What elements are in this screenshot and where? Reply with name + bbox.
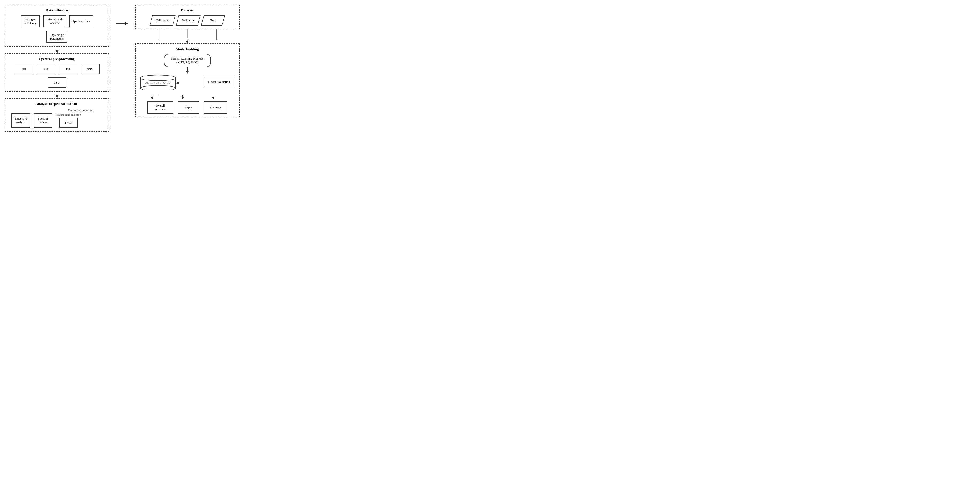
analysis-spectral-box: Analysis of spectral methods Feature ban… bbox=[5, 98, 109, 132]
accuracy-box: Accuracy bbox=[204, 101, 228, 114]
spectral-indices-box: Spectralindices bbox=[33, 113, 52, 128]
svg-point-16 bbox=[140, 86, 176, 90]
svg-marker-20 bbox=[176, 82, 179, 84]
3sv-box: 3SV bbox=[48, 78, 67, 88]
tvif-box: T-VIF bbox=[59, 117, 78, 128]
model-building-title: Model building bbox=[139, 47, 235, 51]
cylinder-svg: Classification Model bbox=[140, 74, 176, 90]
feature-band-label-above: Feature band selection bbox=[56, 113, 81, 117]
cr-box: CR bbox=[37, 64, 56, 74]
or-box: OR bbox=[14, 64, 33, 74]
down-arrow-svg bbox=[55, 47, 59, 53]
validation-box: Validation bbox=[176, 15, 200, 25]
kappa-box: Kappa bbox=[178, 101, 199, 114]
svg-marker-28 bbox=[212, 97, 215, 100]
ml-methods-box: Machin Learning Methods(KNN, RF, SVM) bbox=[164, 54, 211, 67]
analysis-spectral-title: Analysis of spectral methods bbox=[9, 102, 105, 106]
preprocessing-items: OR CR FD SNV 3SV bbox=[9, 64, 105, 88]
big-right-arrow-svg bbox=[116, 21, 128, 26]
arrow-dc-to-sp bbox=[5, 47, 109, 53]
nitrogen-deficiency-box: Nitrogendeficiency bbox=[21, 15, 40, 27]
datasets-box: Datasets Calibration Validation Test bbox=[135, 5, 240, 29]
cm-to-outputs-connector bbox=[140, 90, 234, 100]
svg-marker-11 bbox=[186, 41, 189, 43]
datasets-to-model-connector bbox=[135, 29, 240, 43]
svg-marker-13 bbox=[186, 71, 189, 74]
svg-point-17 bbox=[140, 75, 176, 81]
classification-model-group: Classification Model bbox=[140, 74, 176, 90]
big-right-arrow-area bbox=[116, 5, 128, 132]
data-collection-items: Nitrogendeficiency Infected withWYMV Spe… bbox=[9, 15, 105, 43]
spectrum-data-box: Spectrum data bbox=[69, 15, 94, 27]
calibration-box: Calibration bbox=[150, 15, 175, 25]
right-panel: Datasets Calibration Validation Test bbox=[135, 5, 240, 132]
connector-svg bbox=[135, 29, 240, 43]
svg-marker-1 bbox=[56, 51, 59, 53]
arrow-ml-to-cm bbox=[185, 67, 190, 74]
left-panel: Data collection Nitrogendeficiency Infec… bbox=[5, 5, 109, 132]
overall-accuracy-box: Overallaccuracy bbox=[148, 101, 173, 114]
spectral-preprocessing-box: Spectral pre-processing OR CR FD SNV 3SV bbox=[5, 53, 109, 92]
svg-marker-24 bbox=[151, 97, 154, 100]
svg-marker-26 bbox=[181, 97, 184, 100]
model-building-box: Model building Machin Learning Methods(K… bbox=[135, 43, 240, 117]
model-evaluation-box: Model Evaluation bbox=[204, 77, 234, 87]
physiologic-params-box: Physiologicparameters bbox=[46, 31, 67, 43]
fd-box: FD bbox=[59, 64, 78, 74]
data-collection-title: Data collection bbox=[9, 8, 105, 13]
cylinder-container: Classification Model bbox=[140, 74, 176, 90]
down-arrow-svg-2 bbox=[55, 92, 59, 98]
arrow-sp-to-asm bbox=[5, 92, 109, 98]
me-to-cm-arrow bbox=[176, 81, 194, 86]
tvif-group: Feature band selection T-VIF bbox=[56, 113, 81, 128]
analysis-items: Thresholdanalysis Spectralindices Featur… bbox=[9, 113, 105, 128]
snv-box: SNV bbox=[81, 64, 100, 74]
cm-outputs-svg bbox=[140, 90, 234, 100]
model-internal: Machin Learning Methods(KNN, RF, SVM) bbox=[139, 54, 235, 114]
infected-wymv-box: Infected withWYMV bbox=[43, 15, 66, 27]
svg-text:Classification Model: Classification Model bbox=[145, 81, 171, 85]
threshold-analysis-box: Thresholdanalysis bbox=[11, 113, 30, 128]
data-collection-box: Data collection Nitrogendeficiency Infec… bbox=[5, 5, 109, 47]
datasets-items: Calibration Validation Test bbox=[139, 15, 235, 25]
svg-marker-5 bbox=[125, 22, 128, 25]
output-row: Overallaccuracy Kappa Accuracy bbox=[148, 101, 228, 114]
spectral-preprocessing-title: Spectral pre-processing bbox=[9, 57, 105, 61]
test-box: Test bbox=[201, 15, 225, 25]
svg-marker-3 bbox=[56, 95, 59, 98]
feature-band-label: Feature band selection bbox=[68, 109, 93, 112]
main-diagram: Data collection Nitrogendeficiency Infec… bbox=[5, 5, 240, 132]
cm-me-row: Classification Model Model Evaluation bbox=[140, 74, 234, 90]
datasets-title: Datasets bbox=[139, 8, 235, 13]
